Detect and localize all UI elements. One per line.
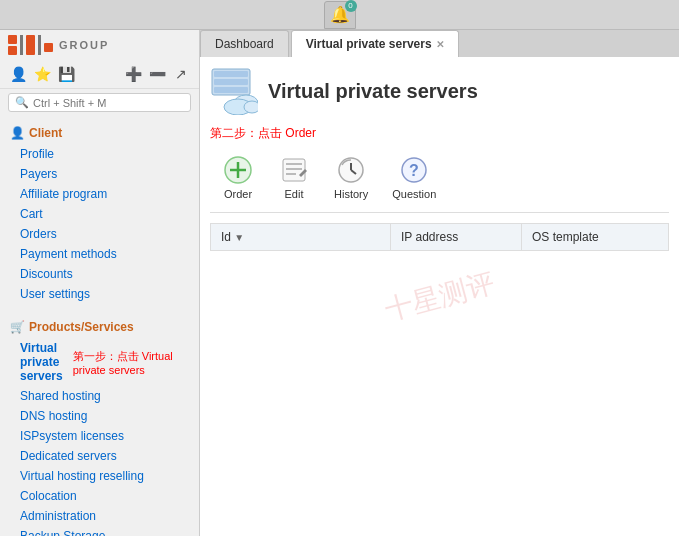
sidebar-item-dns-hosting[interactable]: DNS hosting bbox=[0, 406, 199, 426]
page-header: Virtual private servers bbox=[210, 67, 669, 115]
toolbar-save-icon[interactable]: 💾 bbox=[56, 64, 76, 84]
sidebar-item-affiliate[interactable]: Affiliate program bbox=[0, 184, 199, 204]
col-os: OS template bbox=[521, 224, 668, 251]
toolbar-star-icon[interactable]: ⭐ bbox=[32, 64, 52, 84]
edit-icon bbox=[278, 154, 310, 186]
sidebar-item-user-settings[interactable]: User settings bbox=[0, 284, 199, 304]
svg-rect-2 bbox=[214, 79, 248, 85]
cart-icon: 🛒 bbox=[10, 320, 25, 334]
sidebar: GROUP 👤 ⭐ 💾 ➕ ➖ ↗ 🔍 👤 Client Profile Pay… bbox=[0, 30, 200, 536]
sidebar-item-shared-hosting[interactable]: Shared hosting bbox=[0, 386, 199, 406]
sort-icon: ▼ bbox=[234, 232, 244, 243]
client-section: 👤 Client Profile Payers Affiliate progra… bbox=[0, 116, 199, 310]
tab-close-icon[interactable]: ✕ bbox=[436, 39, 444, 50]
sidebar-item-isp-licenses[interactable]: ISPsystem licenses bbox=[0, 426, 199, 446]
client-section-header: 👤 Client bbox=[0, 122, 199, 144]
top-bar: 🔔 0 bbox=[0, 0, 679, 30]
logo-group-label: GROUP bbox=[59, 39, 109, 51]
edit-label: Edit bbox=[285, 188, 304, 200]
tabs-bar: Dashboard Virtual private servers ✕ bbox=[200, 30, 679, 57]
order-icon bbox=[222, 154, 254, 186]
sidebar-item-discounts[interactable]: Discounts bbox=[0, 264, 199, 284]
sidebar-item-payers[interactable]: Payers bbox=[0, 164, 199, 184]
tab-dashboard[interactable]: Dashboard bbox=[200, 30, 289, 57]
svg-rect-1 bbox=[214, 71, 248, 77]
action-toolbar: Order Edit bbox=[210, 150, 669, 213]
svg-rect-11 bbox=[286, 163, 302, 165]
history-label: History bbox=[334, 188, 368, 200]
step-hint-sidebar: 第一步：点击 Virtual private servers bbox=[73, 349, 199, 376]
sidebar-item-payment-methods[interactable]: Payment methods bbox=[0, 244, 199, 264]
sidebar-item-colocation[interactable]: Colocation bbox=[0, 486, 199, 506]
tab-vps-label: Virtual private servers bbox=[306, 37, 432, 51]
toolbar-expand-icon[interactable]: ↗ bbox=[171, 64, 191, 84]
table-header: Id ▼ IP address OS template bbox=[211, 224, 669, 251]
question-icon: ? bbox=[398, 154, 430, 186]
step-hint: 第二步：点击 Order bbox=[210, 125, 669, 142]
sidebar-toolbar: 👤 ⭐ 💾 ➕ ➖ ↗ bbox=[0, 60, 199, 89]
sidebar-item-profile[interactable]: Profile bbox=[0, 144, 199, 164]
col-ip-label: IP address bbox=[401, 230, 458, 244]
search-icon: 🔍 bbox=[15, 96, 29, 109]
page-title: Virtual private servers bbox=[268, 80, 478, 103]
col-ip: IP address bbox=[391, 224, 522, 251]
sidebar-item-backup[interactable]: Backup Storage bbox=[0, 526, 199, 536]
sidebar-item-vps-row: Virtual private servers 第一步：点击 Virtual p… bbox=[0, 338, 199, 386]
edit-button[interactable]: Edit bbox=[266, 150, 322, 204]
sidebar-search[interactable]: 🔍 bbox=[8, 93, 191, 112]
svg-rect-12 bbox=[286, 168, 302, 170]
notification-icon[interactable]: 🔔 0 bbox=[324, 1, 356, 29]
toolbar-minus-icon[interactable]: ➖ bbox=[147, 64, 167, 84]
history-icon bbox=[335, 154, 367, 186]
svg-rect-13 bbox=[286, 173, 296, 175]
toolbar-add-icon[interactable]: ➕ bbox=[123, 64, 143, 84]
col-os-label: OS template bbox=[532, 230, 599, 244]
products-section-header: 🛒 Products/Services bbox=[0, 316, 199, 338]
logo-area: GROUP bbox=[0, 30, 199, 60]
products-section: 🛒 Products/Services Virtual private serv… bbox=[0, 310, 199, 536]
sidebar-item-administration[interactable]: Administration bbox=[0, 506, 199, 526]
watermark: 十星测评 bbox=[380, 264, 498, 330]
svg-point-6 bbox=[244, 101, 258, 113]
order-button[interactable]: Order bbox=[210, 150, 266, 204]
content-area: Dashboard Virtual private servers ✕ 十星测评 bbox=[200, 30, 679, 536]
col-id-label: Id bbox=[221, 230, 231, 244]
products-label: Products/Services bbox=[29, 320, 134, 334]
toolbar-user-icon[interactable]: 👤 bbox=[8, 64, 28, 84]
search-input[interactable] bbox=[33, 97, 184, 109]
sidebar-item-vps[interactable]: Virtual private servers bbox=[0, 338, 73, 386]
sidebar-item-cart[interactable]: Cart bbox=[0, 204, 199, 224]
vps-page-icon bbox=[210, 67, 258, 115]
tab-vps[interactable]: Virtual private servers ✕ bbox=[291, 30, 459, 57]
client-icon: 👤 bbox=[10, 126, 25, 140]
col-id[interactable]: Id ▼ bbox=[211, 224, 391, 251]
client-label: Client bbox=[29, 126, 62, 140]
svg-text:?: ? bbox=[409, 162, 419, 179]
question-button[interactable]: ? Question bbox=[380, 150, 448, 204]
history-button[interactable]: History bbox=[322, 150, 380, 204]
page-content: 十星测评 Virt bbox=[200, 57, 679, 536]
notification-badge: 0 bbox=[345, 0, 357, 12]
sidebar-item-orders[interactable]: Orders bbox=[0, 224, 199, 244]
order-label: Order bbox=[224, 188, 252, 200]
svg-rect-3 bbox=[214, 87, 248, 93]
main-layout: GROUP 👤 ⭐ 💾 ➕ ➖ ↗ 🔍 👤 Client Profile Pay… bbox=[0, 30, 679, 536]
sidebar-item-dedicated[interactable]: Dedicated servers bbox=[0, 446, 199, 466]
data-table: Id ▼ IP address OS template bbox=[210, 223, 669, 251]
question-label: Question bbox=[392, 188, 436, 200]
sidebar-item-vhr[interactable]: Virtual hosting reselling bbox=[0, 466, 199, 486]
